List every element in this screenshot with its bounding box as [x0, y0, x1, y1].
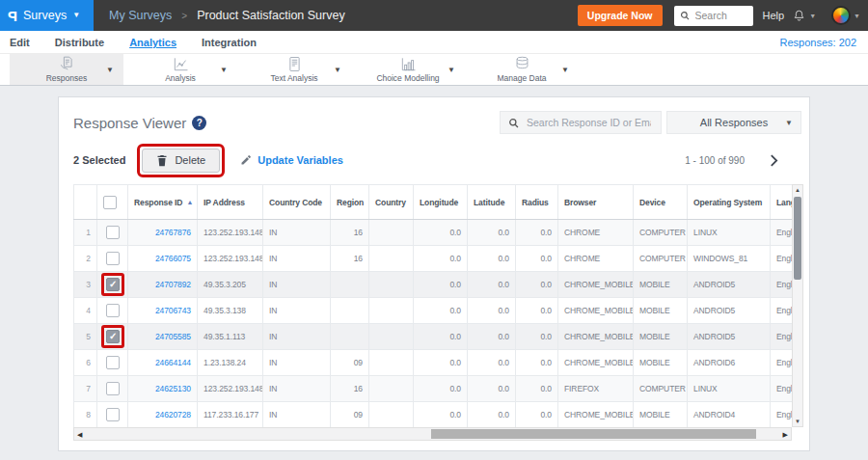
cell-latitude: 0.0	[468, 402, 516, 428]
scroll-down-icon[interactable]: ▼	[793, 419, 802, 424]
cell-longitude: 0.0	[414, 350, 468, 376]
table-row: 52470558549.35.1.113IN0.00.00.0CHROME_MO…	[74, 324, 793, 350]
horizontal-scrollbar[interactable]: ◀ ▶	[73, 427, 792, 441]
column-header-country-code[interactable]: Country Code	[263, 185, 331, 220]
cell-browser: FIREFOX	[558, 376, 634, 402]
row-checkbox-checked[interactable]	[106, 330, 120, 343]
upgrade-now-button[interactable]: Upgrade Now	[578, 5, 663, 26]
cell-device: COMPUTER	[634, 376, 688, 402]
row-checkbox[interactable]	[106, 356, 120, 369]
responses-count[interactable]: Responses: 202	[780, 37, 859, 48]
delete-button-highlight-box: Delete	[137, 144, 225, 177]
response-id-link[interactable]: 24620728	[155, 410, 191, 419]
cell-language: English	[771, 350, 793, 376]
cell-language: English	[771, 376, 793, 402]
tab-distribute[interactable]: Distribute	[55, 37, 104, 48]
toolbar-item-label: Analysis	[165, 73, 196, 83]
help-link[interactable]: Help	[763, 10, 785, 21]
column-header-language[interactable]: Language	[771, 185, 793, 220]
update-variables-button[interactable]: Update Variables	[240, 154, 343, 166]
global-search-input[interactable]	[693, 9, 747, 22]
select-all-checkbox[interactable]	[103, 196, 117, 209]
breadcrumb-my-surveys[interactable]: My Surveys	[109, 9, 172, 22]
cell-longitude: 0.0	[414, 402, 468, 428]
next-page-button[interactable]	[770, 154, 778, 167]
row-number: 2	[74, 246, 97, 272]
row-number-header	[74, 185, 97, 220]
tab-analytics[interactable]: Analytics	[129, 37, 176, 48]
response-id-link[interactable]: 24625130	[155, 384, 191, 393]
response-search-box[interactable]	[500, 111, 662, 134]
global-search-box[interactable]	[674, 6, 753, 26]
chevron-down-icon[interactable]: ▼	[561, 66, 569, 74]
row-checkbox[interactable]	[106, 252, 120, 265]
account-menu[interactable]: ▼	[824, 6, 860, 25]
cell-region	[331, 324, 369, 350]
scroll-right-icon[interactable]: ▶	[783, 429, 788, 440]
tab-edit[interactable]: Edit	[10, 37, 30, 48]
chevron-down-icon[interactable]: ▼	[448, 66, 455, 74]
response-id-link[interactable]: 24707892	[155, 280, 191, 289]
row-checkbox[interactable]	[106, 226, 120, 239]
notifications-button[interactable]: ▼	[792, 9, 816, 23]
avatar[interactable]	[831, 6, 851, 25]
checkbox-highlight-box	[101, 273, 124, 296]
scroll-left-icon[interactable]: ◀	[77, 429, 82, 440]
response-search-input[interactable]	[525, 116, 653, 129]
tab-integration[interactable]: Integration	[202, 37, 257, 48]
checkbox-highlight-box	[101, 325, 124, 348]
column-header-browser[interactable]: Browser	[558, 185, 634, 220]
cell-os: ANDROID5	[688, 324, 771, 350]
toolbar-item-choice-modelling[interactable]: Choice Modelling ▼	[351, 54, 465, 85]
cell-device: COMPUTER	[634, 246, 688, 272]
column-header-latitude[interactable]: Latitude	[468, 185, 516, 220]
response-id-link[interactable]: 24706743	[155, 306, 191, 315]
cell-radius: 0.0	[516, 272, 558, 298]
chevron-down-icon[interactable]: ▼	[106, 66, 114, 74]
toolbar-item-responses[interactable]: Responses ▼	[10, 54, 123, 85]
response-id-link[interactable]: 24705585	[155, 332, 191, 341]
selected-count-label: 2 Selected	[73, 154, 125, 166]
column-header-radius[interactable]: Radius	[516, 185, 558, 220]
row-checkbox[interactable]	[106, 304, 120, 317]
cell-device: COMPUTER	[634, 220, 688, 246]
column-header-region[interactable]: Region	[331, 185, 369, 220]
row-checkbox-checked[interactable]	[106, 278, 120, 291]
product-switcher[interactable]: P Surveys ▼	[0, 0, 94, 31]
cell-language: English	[771, 272, 793, 298]
column-header-response-id[interactable]: Response ID▲	[128, 185, 198, 220]
row-checkbox[interactable]	[106, 382, 120, 395]
search-icon	[508, 118, 519, 128]
cell-country	[369, 246, 414, 272]
cell-radius: 0.0	[516, 402, 558, 428]
responses-filter-dropdown[interactable]: All Responses ▼	[666, 111, 801, 134]
column-header-operating-system[interactable]: Operating System	[688, 185, 771, 220]
cell-response-id: 24664144	[128, 350, 198, 376]
column-header-ip-address[interactable]: IP Address	[198, 185, 263, 220]
toolbar-item-manage-data[interactable]: Manage Data ▼	[465, 54, 579, 85]
vertical-scrollbar[interactable]: ▲ ▼	[792, 184, 803, 427]
help-badge-icon[interactable]: ?	[192, 116, 206, 130]
cell-radius: 0.0	[516, 324, 558, 350]
column-header-device[interactable]: Device	[634, 185, 688, 220]
toolbar-item-analysis[interactable]: Analysis ▼	[123, 54, 237, 85]
cell-latitude: 0.0	[468, 350, 516, 376]
column-header-country[interactable]: Country	[369, 185, 414, 220]
survey-nav: Edit Distribute Analytics Integration Re…	[0, 31, 868, 53]
row-checkbox[interactable]	[106, 408, 120, 421]
cell-radius: 0.0	[516, 298, 558, 324]
horizontal-scrollbar-thumb[interactable]	[431, 429, 756, 439]
chevron-down-icon[interactable]: ▼	[334, 66, 341, 74]
cell-language: English	[771, 220, 793, 246]
scroll-up-icon[interactable]: ▲	[793, 187, 802, 193]
cell-browser: CHROME_MOBILE	[558, 272, 634, 298]
delete-button[interactable]: Delete	[142, 149, 220, 173]
vertical-scrollbar-thumb[interactable]	[794, 197, 801, 280]
response-id-link[interactable]: 24664144	[155, 358, 191, 367]
chevron-down-icon[interactable]: ▼	[220, 66, 228, 74]
column-header-longitude[interactable]: Longitude	[414, 185, 468, 220]
toolbar-item-text-analysis[interactable]: Text Analysis ▼	[237, 54, 351, 85]
response-id-link[interactable]: 24766075	[155, 254, 191, 263]
cell-language: English	[771, 402, 793, 428]
response-id-link[interactable]: 24767876	[155, 228, 191, 237]
